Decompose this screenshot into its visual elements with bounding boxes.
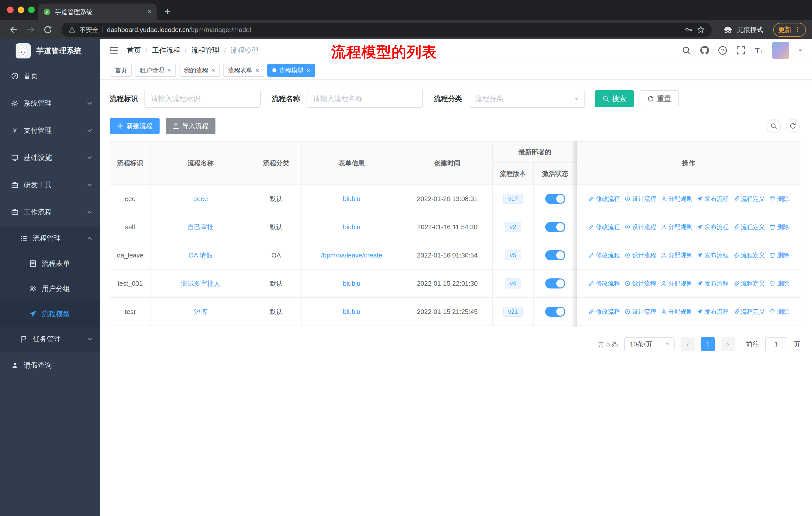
user-avatar[interactable] bbox=[772, 42, 789, 59]
close-window-button[interactable] bbox=[7, 6, 13, 13]
action-modify-link[interactable]: 修改流程 bbox=[588, 251, 620, 259]
action-publish-link[interactable]: 发布流程 bbox=[697, 195, 729, 203]
address-bar[interactable]: 不安全 dashboard.yudao.iocoder.cn/bpm/manag… bbox=[61, 23, 712, 37]
sidebar-item-devtools[interactable]: 研发工具 bbox=[0, 171, 100, 198]
action-modify-link[interactable]: 修改流程 bbox=[588, 279, 620, 288]
action-delete-link[interactable]: 删除 bbox=[770, 195, 789, 203]
process-category-select[interactable]: 流程分类 bbox=[469, 90, 585, 108]
action-publish-link[interactable]: 发布流程 bbox=[697, 223, 729, 231]
view-tag-my-process[interactable]: 我的流程 × bbox=[179, 64, 220, 77]
view-tag-process-model[interactable]: 流程模型 × bbox=[267, 64, 315, 77]
sidebar-item-infrastructure[interactable]: 基础设施 bbox=[0, 144, 100, 171]
browser-tab[interactable]: 芋道管理系统 × bbox=[38, 3, 156, 20]
view-tag-tenant[interactable]: 租户管理 × bbox=[135, 64, 176, 77]
zoom-window-button[interactable] bbox=[28, 6, 35, 13]
action-publish-link[interactable]: 发布流程 bbox=[697, 251, 729, 259]
active-toggle[interactable] bbox=[545, 194, 565, 204]
sidebar-item-workflow[interactable]: 工作流程 bbox=[0, 198, 100, 226]
close-icon[interactable]: × bbox=[167, 67, 171, 74]
action-design-link[interactable]: 设计流程 bbox=[625, 279, 656, 288]
sidebar-item-process-model[interactable]: 流程模型 bbox=[0, 301, 100, 327]
action-publish-link[interactable]: 发布流程 bbox=[697, 308, 729, 316]
close-icon[interactable]: × bbox=[307, 67, 310, 74]
help-icon[interactable]: ? bbox=[718, 46, 727, 55]
action-assign-link[interactable]: 分配规则 bbox=[661, 308, 692, 316]
breadcrumb-item[interactable]: 流程管理 bbox=[191, 46, 220, 55]
action-publish-link[interactable]: 发布流程 bbox=[697, 279, 729, 288]
toggle-search-button[interactable] bbox=[767, 119, 781, 133]
new-tab-button[interactable]: + bbox=[165, 6, 170, 16]
close-icon[interactable]: × bbox=[255, 67, 259, 74]
active-toggle[interactable] bbox=[545, 222, 565, 232]
active-toggle[interactable] bbox=[545, 250, 565, 260]
sidebar-item-payment[interactable]: ¥ 支付管理 bbox=[0, 117, 100, 144]
action-assign-link[interactable]: 分配规则 bbox=[661, 195, 692, 203]
action-design-link[interactable]: 设计流程 bbox=[625, 308, 656, 316]
process-name-link[interactable]: 自己审批 bbox=[187, 223, 214, 231]
forward-icon[interactable] bbox=[26, 25, 35, 34]
action-definition-link[interactable]: 流程定义 bbox=[733, 223, 765, 231]
sidebar-item-home[interactable]: 首页 bbox=[0, 62, 100, 90]
goto-page-input[interactable] bbox=[765, 337, 787, 351]
kebab-menu-icon[interactable] bbox=[794, 26, 801, 33]
app-logo[interactable]: 芋道管理系统 bbox=[0, 39, 100, 62]
action-delete-link[interactable]: 删除 bbox=[770, 223, 789, 231]
reset-button[interactable]: 重置 bbox=[640, 90, 678, 107]
form-info-link[interactable]: biubiu bbox=[343, 195, 360, 202]
action-modify-link[interactable]: 修改流程 bbox=[588, 308, 620, 316]
action-definition-link[interactable]: 流程定义 bbox=[733, 195, 765, 203]
action-assign-link[interactable]: 分配规则 bbox=[661, 251, 692, 259]
process-name-link[interactable]: OA 请假 bbox=[188, 251, 212, 259]
form-info-link[interactable]: biubiu bbox=[343, 223, 360, 231]
form-info-link[interactable]: /bpm/oa/leave/create bbox=[321, 251, 382, 259]
create-process-button[interactable]: 新建流程 bbox=[110, 118, 160, 134]
sidebar-fold-icon[interactable] bbox=[109, 45, 119, 55]
reload-icon[interactable] bbox=[43, 25, 52, 34]
sidebar-item-leave-query[interactable]: 请假查询 bbox=[0, 352, 100, 379]
fullscreen-icon[interactable] bbox=[736, 46, 746, 55]
tab-close-icon[interactable]: × bbox=[147, 8, 151, 16]
form-info-link[interactable]: biubiu bbox=[343, 280, 360, 287]
action-modify-link[interactable]: 修改流程 bbox=[588, 223, 620, 231]
active-toggle[interactable] bbox=[545, 307, 565, 317]
action-delete-link[interactable]: 删除 bbox=[770, 308, 789, 316]
process-name-link[interactable]: 测试多审批人 bbox=[181, 280, 220, 287]
sidebar-item-system[interactable]: 系统管理 bbox=[0, 90, 100, 117]
form-info-link[interactable]: biubiu bbox=[343, 308, 360, 316]
action-definition-link[interactable]: 流程定义 bbox=[733, 308, 765, 316]
active-toggle[interactable] bbox=[545, 278, 565, 289]
search-button[interactable]: 搜索 bbox=[595, 90, 634, 107]
action-design-link[interactable]: 设计流程 bbox=[625, 195, 656, 203]
action-assign-link[interactable]: 分配规则 bbox=[661, 223, 692, 231]
breadcrumb-item[interactable]: 工作流程 bbox=[152, 46, 180, 55]
process-id-input[interactable] bbox=[144, 90, 261, 108]
font-size-icon[interactable]: TT bbox=[754, 46, 764, 55]
action-delete-link[interactable]: 删除 bbox=[770, 279, 789, 288]
action-delete-link[interactable]: 删除 bbox=[770, 251, 789, 259]
action-assign-link[interactable]: 分配规则 bbox=[661, 279, 692, 288]
breadcrumb-item[interactable]: 首页 bbox=[127, 46, 141, 55]
action-definition-link[interactable]: 流程定义 bbox=[733, 251, 765, 259]
next-page-button[interactable]: › bbox=[721, 337, 735, 351]
minimize-window-button[interactable] bbox=[18, 6, 24, 13]
sidebar-item-task-manage[interactable]: 任务管理 bbox=[0, 327, 100, 352]
search-icon[interactable] bbox=[682, 46, 691, 55]
sidebar-item-process-form[interactable]: 流程表单 bbox=[0, 251, 100, 276]
action-design-link[interactable]: 设计流程 bbox=[625, 251, 656, 259]
import-process-button[interactable]: 导入流程 bbox=[166, 118, 215, 134]
process-name-link[interactable]: eeee bbox=[193, 195, 208, 202]
prev-page-button[interactable]: ‹ bbox=[680, 337, 695, 351]
bookmark-star-icon[interactable] bbox=[697, 26, 705, 34]
action-design-link[interactable]: 设计流程 bbox=[625, 223, 656, 231]
refresh-table-button[interactable] bbox=[786, 119, 800, 133]
back-icon[interactable] bbox=[9, 25, 18, 34]
process-name-input[interactable] bbox=[307, 90, 423, 108]
view-tag-home[interactable]: 首页 bbox=[110, 64, 132, 77]
page-size-select[interactable]: 10条/页 bbox=[624, 337, 674, 351]
close-icon[interactable]: × bbox=[211, 67, 215, 74]
current-page-button[interactable]: 1 bbox=[701, 337, 715, 351]
action-modify-link[interactable]: 修改流程 bbox=[588, 195, 620, 203]
process-name-link[interactable]: 滔博 bbox=[194, 308, 207, 316]
password-key-icon[interactable] bbox=[685, 26, 693, 34]
sidebar-item-process-manage[interactable]: 流程管理 bbox=[0, 226, 100, 251]
